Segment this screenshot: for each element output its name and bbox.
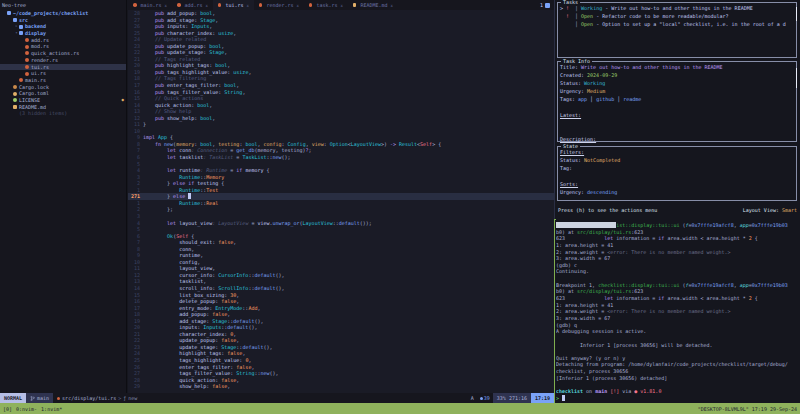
terminal-line: 623 let information = if area.width < ar…	[556, 235, 800, 242]
tree-item[interactable]: src	[0, 17, 126, 24]
rust-file-icon	[218, 3, 222, 7]
tab-close-icon[interactable]: x	[247, 3, 249, 8]
folder-icon	[13, 18, 17, 22]
mode-badge: NORMAL	[0, 393, 26, 403]
diagnostics-icon	[480, 397, 483, 400]
pane-separator-vertical[interactable]	[554, 0, 555, 219]
tab-label: main.rs	[141, 2, 162, 8]
task-info-scrollbar[interactable]	[796, 68, 797, 88]
terminal-line: 3: area.width = 67	[556, 315, 800, 322]
terminal-line: 2: area.weight = <error: There is no mem…	[556, 308, 800, 315]
tab-close-icon[interactable]: x	[165, 3, 167, 8]
tree-item[interactable]: LICENSE●	[0, 97, 126, 104]
tab-close-icon[interactable]: x	[341, 3, 343, 8]
task-info-line: Latest:	[558, 111, 796, 119]
statusline-letter: A	[468, 393, 477, 403]
tmux-window[interactable]: 1:nvim*	[41, 406, 62, 412]
rust-file-icon	[25, 51, 29, 55]
clock-segment: 17:19	[531, 393, 554, 403]
gdb-terminal[interactable]: Breakpoint 1, checklist::display::tui::u…	[556, 222, 800, 403]
folder-icon	[7, 11, 11, 15]
rust-file-icon	[133, 3, 137, 7]
nvim-statusline: NORMAL main src/display/tui.rs > ƒ new A…	[0, 393, 554, 403]
folder-icon	[19, 25, 23, 29]
tree-item[interactable]: main.rs	[0, 77, 126, 84]
code-line[interactable]: 29 show_help: false,	[128, 383, 554, 390]
task-info-content: Title: Write out how-to and other things…	[558, 62, 796, 143]
tab-render-rs[interactable]: render.rsx	[254, 0, 304, 10]
tree-item-label: render.rs	[31, 57, 58, 64]
state-line: Status: NotCompleted	[558, 156, 796, 164]
rust-file-icon	[25, 58, 29, 62]
layout-view-value: Smart	[782, 207, 797, 213]
task-info-line: Created: 2024-09-29	[558, 71, 796, 79]
tab-main-rs[interactable]: main.rsx	[128, 0, 172, 10]
tree-item[interactable]: (3 hidden items)	[0, 110, 126, 117]
task-row[interactable]: │ Open - Option to set up a "local" chec…	[558, 20, 796, 28]
tree-item[interactable]: quick_actions.rs	[0, 50, 126, 57]
rust-file-icon	[177, 3, 181, 7]
terminal-line: Breakpoint 1, checklist::display::tui::u…	[556, 282, 800, 289]
shell-prompt[interactable]: >	[556, 395, 800, 402]
diagnostics-count: 39	[484, 395, 490, 401]
license-file-icon	[13, 98, 17, 102]
tree-item[interactable]: ui.rs	[0, 70, 126, 77]
tree-item[interactable]: render.rs	[0, 57, 126, 64]
state-panel-title: State	[561, 143, 580, 150]
tree-item-label: mod.rs	[31, 43, 49, 50]
cursor-position: 271:16	[509, 395, 527, 401]
branch-icon	[30, 396, 35, 401]
terminal-line: Inferior 1 [process 30656] will be detac…	[556, 342, 800, 349]
task-info-panel-title: Task Info	[561, 58, 592, 65]
rust-file-icon	[309, 3, 313, 7]
terminal-line: [Inferior 1 (process 30656) detached]	[556, 375, 800, 382]
tab-count-value: 1	[540, 2, 543, 8]
task-row[interactable]: > ! │ Working - Write out how-to and oth…	[558, 4, 796, 12]
tree-item-label: display	[25, 30, 46, 37]
terminal-line	[556, 335, 800, 342]
tab-task-rs[interactable]: task.rsx	[304, 0, 348, 10]
text-cursor	[188, 193, 191, 199]
tab-count-icon	[545, 3, 550, 8]
tree-item-label: LICENSE	[19, 97, 40, 104]
tree-item[interactable]: tui.rs	[0, 64, 126, 71]
tree-item-label: tui.rs	[31, 64, 49, 71]
terminal-line: Continuing.	[556, 268, 800, 275]
rust-file-icon	[19, 78, 23, 82]
rust-file-icon	[25, 38, 29, 42]
terminal-line: b0) at src/display/tui.rs:623	[556, 229, 800, 236]
buffer-tabline: main.rsxadd.rsxtui.rsxrender.rsxtask.rsx…	[128, 0, 554, 10]
git-branch: main	[26, 393, 53, 403]
tab-tui-rs[interactable]: tui.rsx	[213, 0, 254, 10]
tree-item[interactable]: Cargo.toml	[0, 90, 126, 97]
tab-add-rs[interactable]: add.rsx	[172, 0, 213, 10]
state-line: Urgency: descending	[558, 188, 796, 196]
active-pane-separator-vertical[interactable]	[554, 219, 555, 403]
actions-menu-hint: Press (h) to see the actions menu	[558, 206, 657, 214]
function-icon: ƒ	[123, 395, 126, 401]
task-row[interactable]: ! │ Open - Refactor code to be more read…	[558, 12, 796, 20]
tree-item[interactable]: add.rs	[0, 37, 126, 44]
code-editor[interactable]: 28 pub add_popup: bool,27 pub add_stage:…	[128, 10, 554, 393]
tab-close-icon[interactable]: x	[297, 3, 299, 8]
terminal-line: checklist, process 30656	[556, 368, 800, 375]
md-file-icon	[353, 3, 357, 7]
file-path-segment: src/display/tui.rs > ƒ new	[53, 393, 141, 403]
tree-item[interactable]: Cargo.lock	[0, 84, 126, 91]
folder-icon	[19, 31, 23, 35]
terminal-line: Breakpoint 1, checklist::display::tui::u…	[556, 222, 800, 229]
tab-close-icon[interactable]: x	[206, 3, 208, 8]
terminal-line: 2: area.weight = <error: There is no mem…	[556, 249, 800, 256]
tree-item[interactable]: README.md	[0, 104, 126, 111]
tree-item[interactable]: ▸backend	[0, 23, 126, 30]
tasks-scrollbar[interactable]	[796, 7, 797, 21]
tree-item[interactable]: mod.rs	[0, 43, 126, 50]
state-panel: State Filters:Status: NotCompletedTag:So…	[557, 146, 797, 201]
tmux-window[interactable]: 0:nvim-	[16, 406, 37, 412]
tab-README-md[interactable]: README.mdx	[348, 0, 398, 10]
tree-item[interactable]: ▾display	[0, 30, 126, 37]
tmux-hostname-clock: "DESKTOP-8LVML9L" 17:19 29-Sep-24	[698, 406, 797, 412]
tree-item-label: backend	[25, 23, 46, 30]
tab-close-icon[interactable]: x	[391, 3, 393, 8]
tree-item[interactable]: ~/code_projects/checklist	[0, 10, 126, 17]
